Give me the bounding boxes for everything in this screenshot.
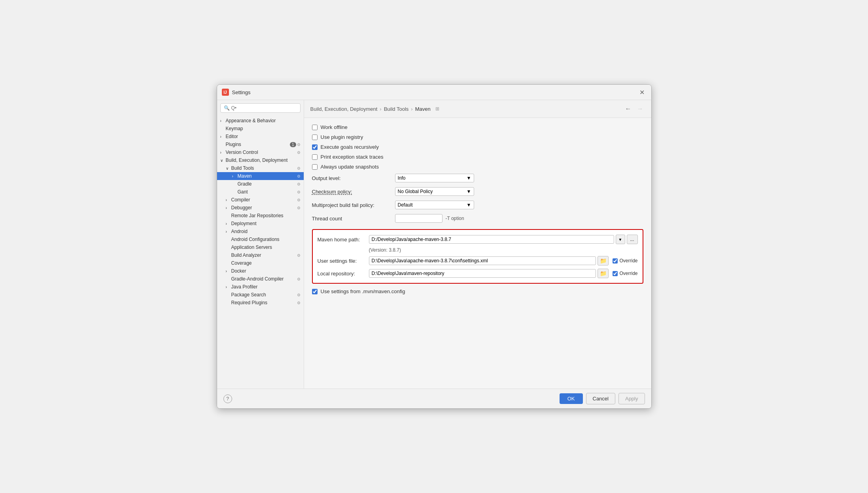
sidebar-item-build-tools[interactable]: ∨ Build Tools ⚙ — [217, 164, 304, 172]
apply-button[interactable]: Apply — [618, 393, 645, 404]
sidebar-item-gradle[interactable]: Gradle ⚙ — [217, 180, 304, 188]
work-offline-label[interactable]: Work offline — [321, 124, 348, 130]
sidebar-item-package-search[interactable]: Package Search ⚙ — [217, 291, 304, 299]
maven-home-dropdown-btn[interactable]: ▼ — [616, 235, 625, 244]
sidebar-item-appearance[interactable]: › Appearance & Behavior — [217, 117, 304, 125]
sidebar-item-label: Build Analyzer — [231, 252, 296, 258]
ok-button[interactable]: OK — [560, 393, 583, 404]
chevron-icon: › — [226, 285, 231, 289]
multiproject-policy-value: Default — [398, 202, 413, 208]
sidebar-item-label: Version Control — [226, 150, 296, 155]
plugin-registry-checkbox[interactable] — [312, 135, 318, 140]
search-box[interactable]: 🔍 — [220, 103, 301, 113]
multiproject-policy-dropdown[interactable]: Default ▼ — [395, 201, 474, 209]
use-mvn-config-label[interactable]: Use settings from .mvn/maven.config — [321, 288, 405, 294]
sidebar-item-android[interactable]: › Android — [217, 228, 304, 235]
print-exception-label[interactable]: Print exception stack traces — [321, 154, 384, 160]
plugin-registry-row: Use plugin registry — [312, 134, 643, 140]
breadcrumb-part-2[interactable]: Build Tools — [384, 106, 409, 112]
local-repo-label: Local repository: — [318, 271, 369, 277]
sidebar-item-label: Gradle — [238, 181, 296, 187]
local-repo-override-checkbox[interactable] — [613, 271, 618, 276]
maven-home-input-wrapper: ▼ ... — [369, 235, 638, 244]
dialog-footer: ? OK Cancel Apply — [217, 389, 651, 408]
sidebar-item-label: Appearance & Behavior — [226, 118, 301, 123]
checksum-policy-control: No Global Policy ▼ — [395, 187, 643, 196]
breadcrumb-settings-icon[interactable]: ⊞ — [435, 106, 439, 112]
sidebar-item-label: Coverage — [231, 260, 301, 266]
print-exception-checkbox[interactable] — [312, 154, 318, 160]
sidebar-item-label: Android — [231, 229, 301, 234]
maven-home-input[interactable] — [369, 235, 614, 244]
local-repo-input[interactable] — [369, 269, 596, 278]
chevron-icon: › — [220, 135, 226, 139]
sidebar-item-maven[interactable]: › Maven ⚙ — [217, 172, 304, 180]
close-button[interactable]: ✕ — [638, 88, 647, 97]
sidebar-item-debugger[interactable]: › Debugger ⚙ — [217, 204, 304, 212]
chevron-icon: › — [226, 269, 231, 273]
update-snapshots-label[interactable]: Always update snapshots — [321, 164, 379, 170]
sidebar-item-build-exec[interactable]: ∨ Build, Execution, Deployment — [217, 156, 304, 164]
local-repo-browse-btn[interactable]: 📁 — [598, 269, 609, 278]
user-settings-browse-btn[interactable]: 📁 — [598, 256, 609, 265]
user-settings-input-wrapper: 📁 Override — [369, 256, 638, 265]
breadcrumb: Build, Execution, Deployment › Build Too… — [310, 106, 439, 112]
breadcrumb-current: Maven — [415, 106, 431, 112]
gear-icon: ⚙ — [297, 182, 301, 186]
help-button[interactable]: ? — [223, 394, 232, 403]
breadcrumb-part-1[interactable]: Build, Execution, Deployment — [310, 106, 378, 112]
sidebar-item-android-configs[interactable]: Android Configurations — [217, 235, 304, 243]
sidebar-item-app-servers[interactable]: Application Servers — [217, 243, 304, 251]
work-offline-checkbox[interactable] — [312, 125, 318, 130]
sidebar-item-editor[interactable]: › Editor — [217, 133, 304, 140]
dropdown-chevron: ▼ — [467, 175, 471, 181]
checksum-policy-label: Checksum policy: — [312, 189, 395, 195]
sidebar-item-remote-jar[interactable]: Remote Jar Repositories — [217, 212, 304, 220]
checksum-policy-value: No Global Policy — [398, 189, 433, 194]
search-input[interactable] — [231, 105, 297, 111]
output-level-value: Info — [398, 175, 406, 181]
sidebar-item-coverage[interactable]: Coverage — [217, 259, 304, 267]
sidebar-item-gant[interactable]: Gant ⚙ — [217, 188, 304, 196]
checksum-policy-dropdown[interactable]: No Global Policy ▼ — [395, 187, 474, 196]
t-option-label: -T option — [446, 216, 464, 221]
sidebar-item-label: Package Search — [231, 292, 296, 298]
cancel-button[interactable]: Cancel — [586, 393, 615, 404]
sidebar-item-gradle-android[interactable]: Gradle-Android Compiler ⚙ — [217, 275, 304, 283]
update-snapshots-row: Always update snapshots — [312, 164, 643, 170]
sidebar-item-label: Required Plugins — [231, 300, 296, 305]
gear-icon: ⚙ — [297, 277, 301, 281]
sidebar-item-docker[interactable]: › Docker — [217, 267, 304, 275]
user-settings-override-checkbox[interactable] — [613, 258, 618, 264]
use-mvn-config-checkbox[interactable] — [312, 289, 318, 294]
execute-goals-row: Execute goals recursively — [312, 144, 643, 150]
chevron-down-icon: ∨ — [226, 166, 231, 171]
thread-count-input[interactable] — [395, 214, 443, 223]
output-level-row: Output level: Info ▼ — [312, 174, 643, 182]
output-level-dropdown[interactable]: Info ▼ — [395, 174, 474, 182]
sidebar-item-plugins[interactable]: Plugins 1 ⚙ — [217, 140, 304, 148]
chevron-icon: › — [226, 198, 231, 202]
user-settings-row: User settings file: 📁 Override — [318, 256, 638, 265]
update-snapshots-checkbox[interactable] — [312, 164, 318, 170]
sidebar-item-version-control[interactable]: › Version Control ⚙ — [217, 148, 304, 156]
execute-goals-checkbox[interactable] — [312, 144, 318, 150]
plugin-registry-label[interactable]: Use plugin registry — [321, 134, 363, 140]
back-button[interactable]: ← — [624, 104, 633, 114]
sidebar-item-required-plugins[interactable]: Required Plugins ⚙ — [217, 299, 304, 307]
local-repo-override-label[interactable]: Override — [619, 271, 637, 276]
gear-icon: ⚙ — [297, 253, 301, 258]
local-repo-input-wrapper: 📁 Override — [369, 269, 638, 278]
sidebar-item-java-profiler[interactable]: › Java Profiler — [217, 283, 304, 291]
forward-button[interactable]: → — [635, 104, 645, 114]
user-settings-override-label[interactable]: Override — [619, 258, 637, 264]
execute-goals-label[interactable]: Execute goals recursively — [321, 144, 379, 150]
sidebar-item-compiler[interactable]: › Compiler ⚙ — [217, 196, 304, 204]
user-settings-input[interactable] — [369, 256, 596, 265]
sidebar-item-deployment[interactable]: › Deployment — [217, 220, 304, 228]
gear-icon: ⚙ — [297, 190, 301, 194]
sidebar-item-build-analyzer[interactable]: Build Analyzer ⚙ — [217, 251, 304, 259]
sidebar-item-keymap[interactable]: Keymap — [217, 125, 304, 133]
sidebar-item-label: Build, Execution, Deployment — [226, 157, 301, 163]
maven-home-browse-btn[interactable]: ... — [627, 235, 638, 244]
